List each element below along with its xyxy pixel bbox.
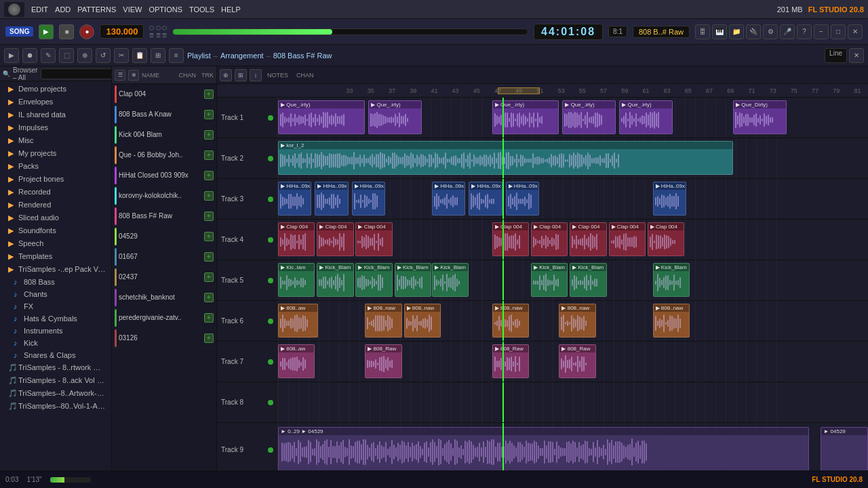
clip-track3-0[interactable]: ▶ HiHa..09x bbox=[278, 182, 311, 216]
track-content-track6[interactable]: ▶ 808..aw▶ 808..naw▶ 808..naw▶ 808..naw▶… bbox=[278, 301, 868, 341]
channel-row-que06bobby[interactable]: Que - 06 Bobby Joh..+ bbox=[112, 145, 216, 165]
clip-track7-1[interactable]: ▶ 808_Raw bbox=[365, 344, 401, 378]
channel-add-btn[interactable]: + bbox=[204, 211, 214, 221]
sidebar-item-templates[interactable]: ▶ Templates bbox=[0, 250, 111, 263]
clip-track1-2[interactable]: ▶ Que_.irty) bbox=[492, 100, 559, 134]
browser-icon[interactable]: 📁 bbox=[729, 24, 744, 39]
clip-track6-0[interactable]: ▶ 808..aw bbox=[278, 304, 318, 338]
channel-row-schetchik[interactable]: schetchik_banknot+ bbox=[112, 287, 216, 308]
clip-track4-6[interactable]: ▶ Clap 004 bbox=[609, 222, 646, 256]
clip-track5-1[interactable]: ▶ Kick_Blam bbox=[317, 263, 353, 297]
sidebar-item-hats-cymbals[interactable]: ♪ Hats & Cymbals bbox=[0, 312, 111, 325]
clip-track5-3[interactable]: ▶ Kick_Blam bbox=[395, 263, 431, 297]
clip-track5-5[interactable]: ▶ Kick_Blam bbox=[531, 263, 568, 297]
track-content-track7[interactable]: ▶ 808..aw▶ 808_Raw▶ 808_Raw▶ 808_Raw bbox=[278, 342, 868, 382]
menu-edit[interactable]: EDIT bbox=[31, 5, 48, 14]
snap-icon[interactable]: ⊞ bbox=[151, 48, 165, 63]
sidebar-item-instruments[interactable]: ♪ Instruments bbox=[0, 325, 111, 337]
clip-track5-6[interactable]: ▶ Kick_Blam bbox=[570, 263, 606, 297]
clip-track1-4[interactable]: ▶ Que_.irty) bbox=[619, 100, 673, 134]
track-content-track5[interactable]: ▶ Kic..lam▶ Kick_Blam▶ Kick_Blam▶ Kick_B… bbox=[278, 260, 868, 300]
sidebar-item-ts-artwork-sq[interactable]: 🎵 TriSamples--8..Artwork-Square bbox=[0, 387, 111, 400]
cut-icon[interactable]: ✂ bbox=[114, 48, 129, 63]
clip-track6-1[interactable]: ▶ 808..naw bbox=[365, 304, 401, 338]
channel-add-btn[interactable]: + bbox=[204, 252, 214, 262]
channel-row-808bassaknaw[interactable]: 808 Bass A Knaw+ bbox=[112, 104, 216, 125]
channel-row-kick004blam[interactable]: Kick 004 Blam+ bbox=[112, 125, 216, 145]
track-content-track4[interactable]: ▶ Clap 004▶ Clap 004▶ Clap 004▶ Clap 004… bbox=[278, 220, 868, 260]
sidebar-item-fx[interactable]: ♪ FX bbox=[0, 300, 111, 312]
sidebar-item-impulses[interactable]: ▶ Impulses bbox=[0, 121, 111, 134]
channel-add-btn[interactable]: + bbox=[204, 232, 214, 241]
sidebar-item-my-projects[interactable]: ▶ My projects bbox=[0, 147, 111, 160]
channels-icon[interactable]: ≡ bbox=[169, 48, 184, 63]
channel-row-01667[interactable]: 01667+ bbox=[112, 247, 216, 267]
play-button[interactable]: ▶ bbox=[39, 24, 54, 39]
clip-track1-0[interactable]: ▶ Que_.irty) bbox=[278, 100, 365, 134]
record-button[interactable]: ● bbox=[79, 24, 94, 39]
sidebar-item-ts-readme[interactable]: 🎵 TriSamples - 8..rtwork Readme bbox=[0, 361, 111, 374]
track-content-track3[interactable]: ▶ HiHa..09x▶ HiHa..09x▶ HiHa..09x▶ HiHa.… bbox=[278, 179, 868, 219]
settings-icon[interactable]: ⚙ bbox=[763, 24, 778, 39]
clip-track6-5[interactable]: ▶ 808..naw bbox=[653, 304, 690, 338]
sidebar-item-trisamples-ep[interactable]: ▶ TriSamples -..ep Pack Vol 1 bbox=[0, 263, 111, 276]
channel-row-04529[interactable]: 04529+ bbox=[112, 226, 216, 247]
clip-track7-0[interactable]: ▶ 808..aw bbox=[278, 344, 315, 378]
channel-add-btn[interactable]: + bbox=[204, 130, 214, 140]
stop-button[interactable]: ■ bbox=[59, 24, 74, 39]
sidebar-item-rendered[interactable]: ▶ Rendered bbox=[0, 199, 111, 211]
channel-add-btn[interactable]: + bbox=[204, 313, 214, 323]
mixer-icon[interactable]: 🎛 bbox=[695, 24, 710, 39]
channel-header-btn2[interactable]: ⊕ bbox=[128, 70, 139, 81]
sidebar-item-ts-demo[interactable]: 🎵 TriSamples - 8..ack Vol 1 Demo bbox=[0, 374, 111, 387]
menu-view[interactable]: VIEW bbox=[123, 5, 142, 14]
sidebar-item-snares-claps[interactable]: ♪ Snares & Claps bbox=[0, 349, 111, 361]
channel-add-btn[interactable]: + bbox=[204, 191, 214, 201]
clip-track4-3[interactable]: ▶ Clap 004 bbox=[492, 222, 529, 256]
channel-header-btn1[interactable]: ☰ bbox=[115, 70, 125, 81]
sidebar-item-chants[interactable]: ♪ Chants bbox=[0, 288, 111, 300]
select-icon[interactable]: ⬚ bbox=[59, 48, 74, 63]
channel-row-clap004[interactable]: Clap 004+ bbox=[112, 84, 216, 104]
record-small-icon[interactable]: ⏺ bbox=[22, 48, 37, 63]
sidebar-item-speech[interactable]: ▶ Speech bbox=[0, 237, 111, 250]
clip-track3-1[interactable]: ▶ HiHa..09x bbox=[315, 182, 348, 216]
clip-track9-long[interactable]: ► 0..29 ► 04529 bbox=[278, 427, 809, 470]
menu-add[interactable]: ADD bbox=[55, 5, 71, 14]
clip-track5-2[interactable]: ▶ Kick_Blam bbox=[355, 263, 392, 297]
pattern-name-display[interactable]: 808 B..# Raw bbox=[633, 26, 690, 38]
zoom-icon[interactable]: ⊕ bbox=[77, 48, 92, 63]
close-playlist-icon[interactable]: ✕ bbox=[849, 48, 864, 63]
clip-track5-0[interactable]: ▶ Kic..lam bbox=[278, 263, 315, 297]
clip-track7-3[interactable]: ▶ 808_Raw bbox=[559, 344, 595, 378]
draw-icon[interactable]: ✎ bbox=[41, 48, 56, 63]
track-header-btn1[interactable]: ⊕ bbox=[220, 69, 232, 81]
track-content-track2[interactable]: ▶ kor_l_2 bbox=[278, 138, 868, 178]
track-content-track9[interactable]: ► 0..29 ► 04529► 04529 bbox=[278, 423, 868, 470]
clip-track1-1[interactable]: ▶ Que_.irty) bbox=[368, 100, 422, 134]
clip-track4-7[interactable]: ▶ Clap 004 bbox=[648, 222, 684, 256]
sidebar-item-recorded[interactable]: ▶ Recorded bbox=[0, 186, 111, 199]
play-small-icon[interactable]: ▶ bbox=[4, 48, 19, 63]
channel-add-btn[interactable]: + bbox=[204, 333, 214, 343]
song-mode-button[interactable]: SONG bbox=[5, 26, 33, 37]
channel-add-btn[interactable]: + bbox=[204, 171, 214, 180]
minimize-icon[interactable]: − bbox=[814, 24, 829, 39]
sidebar-item-misc[interactable]: ▶ Misc bbox=[0, 134, 111, 147]
channel-add-btn[interactable]: + bbox=[204, 89, 214, 99]
plugin-icon[interactable]: 🔌 bbox=[746, 24, 761, 39]
sidebar-item-envelopes[interactable]: ▶ Envelopes bbox=[0, 96, 111, 108]
clip-track3-6[interactable]: ▶ HiHa..09x bbox=[653, 182, 686, 216]
clip-track3-4[interactable]: ▶ HiHa..09x bbox=[469, 182, 502, 216]
progress-bar[interactable] bbox=[172, 28, 528, 35]
ruler-marks-container[interactable]: 3335373941434547495153555759616365676971… bbox=[339, 87, 868, 94]
clip-track3-2[interactable]: ▶ HiHa..09x bbox=[352, 182, 385, 216]
channel-row-03126[interactable]: 03126+ bbox=[112, 328, 216, 348]
channel-row-korovny[interactable]: korovny-kolokolchik..+ bbox=[112, 186, 216, 206]
track-header-btn3[interactable]: ↕ bbox=[250, 69, 262, 81]
line-mode[interactable]: Line bbox=[825, 48, 847, 63]
clip-track3-3[interactable]: ▶ HiHa..09x bbox=[432, 182, 465, 216]
sidebar-item-packs[interactable]: ▶ Packs bbox=[0, 160, 111, 173]
menu-tools[interactable]: TOOLS bbox=[189, 5, 214, 14]
close-icon[interactable]: ✕ bbox=[848, 24, 863, 39]
